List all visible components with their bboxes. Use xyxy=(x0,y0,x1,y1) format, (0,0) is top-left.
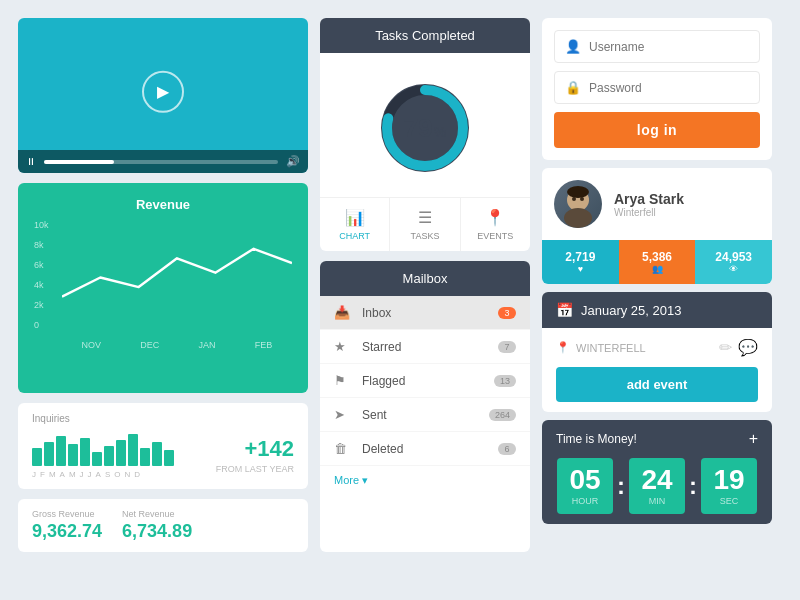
calendar-chat-icon[interactable]: 💬 xyxy=(738,338,758,357)
tasks-card: Tasks Completed 79% xyxy=(320,18,530,251)
revenue-summary-card: Gross Revenue 9,362.74 Net Revenue 6,734… xyxy=(18,499,308,552)
inquiries-bottom: JF MA MJ JA SO ND +142 FROM LAST YEAR xyxy=(32,430,294,479)
tab-chart[interactable]: 📊 CHART xyxy=(320,198,390,251)
inq-bar xyxy=(116,440,126,466)
inq-bar xyxy=(164,450,174,466)
password-field-wrapper: 🔒 xyxy=(554,71,760,104)
calendar-edit-icon[interactable]: ✏ xyxy=(719,338,732,357)
stat-views[interactable]: 24,953 👁 xyxy=(695,240,772,284)
stat-followers[interactable]: 5,386 👥 xyxy=(619,240,696,284)
inbox-icon: 📥 xyxy=(334,305,354,320)
mailbox-sent[interactable]: ➤ Sent 264 xyxy=(320,398,530,432)
starred-label: Starred xyxy=(362,340,498,354)
mailbox-deleted[interactable]: 🗑 Deleted 6 xyxy=(320,432,530,466)
flagged-icon: ⚑ xyxy=(334,373,354,388)
calendar-location-row: 📍 WINTERFELL ✏ 💬 xyxy=(556,338,758,357)
stat-likes[interactable]: 2,719 ♥ xyxy=(542,240,619,284)
inbox-badge: 3 xyxy=(498,307,516,319)
tasks-header: Tasks Completed xyxy=(320,18,530,53)
countdown-header: Time is Money! + xyxy=(556,430,758,448)
countdown-card: Time is Money! + 05 HOUR : 24 MIN : 19 S… xyxy=(542,420,772,524)
column-2: Tasks Completed 79% xyxy=(320,18,530,552)
revenue-chart-area: 10k 8k 6k 4k 2k 0 NOV DEC JAN FEB xyxy=(34,220,292,350)
mailbox-starred[interactable]: ★ Starred 7 xyxy=(320,330,530,364)
chart-tab-label: CHART xyxy=(339,231,370,241)
stat-followers-value: 5,386 xyxy=(624,250,691,264)
countdown-minutes: 24 MIN xyxy=(629,458,685,514)
gross-revenue-label: Gross Revenue xyxy=(32,509,102,519)
flagged-label: Flagged xyxy=(362,374,494,388)
countdown-colon-1: : xyxy=(617,472,625,500)
inq-bar xyxy=(44,442,54,466)
revenue-svg xyxy=(62,220,292,325)
countdown-minutes-label: MIN xyxy=(639,496,675,506)
stat-followers-label: 👥 xyxy=(624,264,691,274)
net-revenue: Net Revenue 6,734.89 xyxy=(122,509,192,542)
starred-badge: 7 xyxy=(498,341,516,353)
username-field-wrapper: 👤 xyxy=(554,30,760,63)
tab-tasks[interactable]: ☰ TASKS xyxy=(390,198,460,251)
gross-revenue-value: 9,362.74 xyxy=(32,521,102,542)
calendar-date: January 25, 2013 xyxy=(581,303,681,318)
inq-bar xyxy=(68,444,78,466)
volume-icon[interactable]: 🔊 xyxy=(286,155,300,168)
progress-fill xyxy=(44,160,114,164)
countdown-hours: 05 HOUR xyxy=(557,458,613,514)
donut-percent-value: 79 xyxy=(404,113,433,144)
mailbox-flagged[interactable]: ⚑ Flagged 13 xyxy=(320,364,530,398)
tasks-body: 79% xyxy=(320,53,530,197)
tab-events[interactable]: 📍 EVENTS xyxy=(461,198,530,251)
countdown-add-button[interactable]: + xyxy=(749,430,758,448)
stat-views-value: 24,953 xyxy=(700,250,767,264)
countdown-hours-value: 05 xyxy=(567,466,603,494)
login-card: 👤 🔒 log in xyxy=(542,18,772,160)
inquiries-bars-area: JF MA MJ JA SO ND xyxy=(32,430,174,479)
inq-bar xyxy=(152,442,162,466)
deleted-icon: 🗑 xyxy=(334,441,354,456)
events-tab-icon: 📍 xyxy=(485,208,505,227)
inbox-label: Inbox xyxy=(362,306,498,320)
mailbox-card: Mailbox 📥 Inbox 3 ★ Starred 7 ⚑ Flagged … xyxy=(320,261,530,552)
calendar-card: 📅 January 25, 2013 📍 WINTERFELL ✏ 💬 add … xyxy=(542,292,772,412)
donut-text: 79% xyxy=(404,113,446,144)
column-3: 👤 🔒 log in xyxy=(542,18,772,552)
mailbox-header: Mailbox xyxy=(320,261,530,296)
mailbox-more[interactable]: More ▾ xyxy=(320,466,530,495)
tasks-tab-icon: ☰ xyxy=(418,208,432,227)
chart-y-labels: 10k 8k 6k 4k 2k 0 xyxy=(34,220,49,330)
inquiries-bars xyxy=(32,430,174,466)
avatar-image xyxy=(554,180,602,228)
inq-bar xyxy=(92,452,102,466)
tasks-tab-label: TASKS xyxy=(411,231,440,241)
play-button[interactable]: ▶ xyxy=(142,70,184,112)
net-revenue-value: 6,734.89 xyxy=(122,521,192,542)
user-icon: 👤 xyxy=(565,39,581,54)
countdown-seconds-label: SEC xyxy=(711,496,747,506)
column-1: ▶ ⏸ 🔊 Revenue 10k 8k 6k 4k 2k 0 xyxy=(18,18,308,552)
calendar-header: 📅 January 25, 2013 xyxy=(542,292,772,328)
inquiries-card: Inquiries xyxy=(18,403,308,489)
profile-header: Arya Stark Winterfell xyxy=(542,168,772,240)
chart-tab-icon: 📊 xyxy=(345,208,365,227)
add-event-button[interactable]: add event xyxy=(556,367,758,402)
avatar-svg xyxy=(554,180,602,228)
mailbox-inbox[interactable]: 📥 Inbox 3 xyxy=(320,296,530,330)
countdown-seconds: 19 SEC xyxy=(701,458,757,514)
login-button[interactable]: log in xyxy=(554,112,760,148)
location-icon: 📍 xyxy=(556,341,570,354)
donut-percent-sign: % xyxy=(434,124,446,140)
inquiries-count-area: +142 FROM LAST YEAR xyxy=(216,436,294,474)
countdown-display: 05 HOUR : 24 MIN : 19 SEC xyxy=(556,458,758,514)
inquiries-from-label: FROM LAST YEAR xyxy=(216,464,294,474)
password-input[interactable] xyxy=(589,81,749,95)
tasks-donut: 79% xyxy=(370,73,480,183)
progress-bar[interactable] xyxy=(44,160,278,164)
profile-location: Winterfell xyxy=(614,207,684,218)
profile-stats: 2,719 ♥ 5,386 👥 24,953 👁 xyxy=(542,240,772,284)
username-input[interactable] xyxy=(589,40,749,54)
video-player: ▶ ⏸ 🔊 xyxy=(18,18,308,173)
starred-icon: ★ xyxy=(334,339,354,354)
pause-button[interactable]: ⏸ xyxy=(26,156,36,167)
inq-bar xyxy=(80,438,90,466)
events-tab-label: EVENTS xyxy=(477,231,513,241)
